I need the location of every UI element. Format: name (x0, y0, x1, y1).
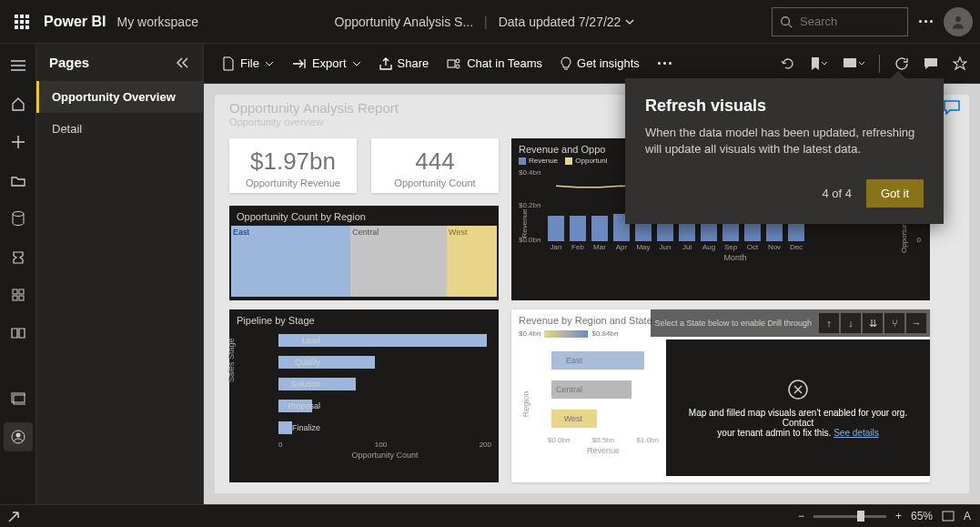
callout-body: When the data model has been updated, re… (645, 125, 924, 157)
nav-learn-icon[interactable] (4, 319, 33, 348)
teaching-callout: Refresh visuals When the data model has … (625, 78, 944, 224)
kpi-count-card[interactable]: 444Opportunity Count (371, 138, 499, 193)
bookmark-dropdown[interactable] (806, 53, 832, 75)
combo-bar[interactable] (570, 216, 586, 241)
drill-fork-icon[interactable]: ⑂ (884, 313, 904, 333)
search-input[interactable] (800, 15, 891, 28)
breadcrumb-divider: | (484, 15, 488, 29)
collapse-pane-icon[interactable] (176, 57, 190, 68)
comment-icon[interactable] (920, 54, 942, 74)
report-subtitle: Opportunity overview (229, 117, 323, 127)
combo-ylabel: Revenue (520, 208, 529, 238)
map-error-link[interactable]: See details (834, 428, 878, 438)
data-updated-dropdown[interactable]: Data updated 7/27/22 (499, 15, 636, 29)
get-insights-button[interactable]: Get insights (551, 49, 649, 78)
treemap-title: Opportunity Count by Region (229, 206, 499, 224)
nav-goals-icon[interactable] (4, 242, 33, 271)
separator (879, 55, 880, 73)
page-item-detail[interactable]: Detail (36, 113, 203, 145)
kpi-revenue-card[interactable]: $1.97bnOpportunity Revenue (229, 138, 357, 193)
kpi-revenue-label: Opportunity Revenue (229, 177, 357, 188)
reset-icon[interactable] (777, 53, 799, 75)
report-title: Opportunity Analysis Report (229, 100, 399, 116)
favorite-icon[interactable] (949, 53, 971, 75)
region-xlabel: Revenue (548, 446, 659, 455)
svg-rect-6 (19, 296, 24, 300)
pipeline-bar[interactable]: Proposal (278, 397, 491, 415)
treemap-west[interactable]: West (447, 226, 497, 297)
region-bar[interactable]: Central (548, 378, 659, 401)
region-tile[interactable]: Select a State below to enable Drill thr… (511, 309, 930, 482)
pipeline-bar[interactable]: Solution (278, 375, 491, 393)
share-button[interactable]: Share (370, 49, 439, 78)
teams-icon (447, 57, 461, 70)
zoom-value: 65% (911, 510, 933, 522)
pipeline-bar[interactable]: Finalize (278, 419, 491, 437)
breadcrumb: Opportunity Analysis S... | Data updated… (198, 15, 772, 29)
app-launcher-icon[interactable] (7, 7, 36, 36)
region-bar[interactable]: East (548, 349, 659, 372)
workspace-name[interactable]: My workspace (116, 15, 197, 29)
region-ylabel: Region (521, 390, 530, 417)
zoom-out-button[interactable]: − (798, 510, 804, 522)
drill-expand-icon[interactable]: ⇊ (863, 313, 883, 333)
nav-apps-icon[interactable] (4, 280, 33, 309)
drill-next-icon[interactable]: → (906, 313, 926, 333)
nav-browse-icon[interactable] (4, 166, 33, 195)
region-bar[interactable]: West (548, 407, 659, 431)
pipeline-tile[interactable]: Pipeline by Stage Sales Stage LeadQualif… (229, 309, 499, 482)
search-box[interactable] (772, 7, 908, 36)
svg-rect-14 (844, 58, 856, 67)
search-icon (780, 15, 793, 28)
expand-nav-icon[interactable] (7, 511, 20, 523)
chevron-down-icon (352, 59, 361, 68)
zoom-in-button[interactable]: + (895, 510, 902, 522)
svg-point-12 (456, 59, 460, 63)
comment-bubble-icon[interactable] (944, 100, 960, 115)
combo-bar[interactable] (591, 216, 608, 241)
nav-menu-icon[interactable] (4, 51, 33, 80)
report-name[interactable]: Opportunity Analysis S... (335, 15, 474, 29)
product-brand: Power BI (44, 14, 106, 30)
pipeline-xlabel: Opportunity Count (278, 451, 491, 460)
svg-rect-5 (13, 296, 17, 300)
chat-teams-button[interactable]: Chat in Teams (438, 49, 551, 78)
drill-down-icon[interactable]: ↓ (841, 313, 861, 333)
kpi-count-value: 444 (371, 147, 499, 176)
pipeline-title: Pipeline by Stage (229, 309, 499, 328)
export-menu[interactable]: Export (283, 49, 370, 78)
export-icon (292, 58, 307, 69)
person-icon (950, 14, 966, 30)
file-menu[interactable]: File (213, 49, 283, 78)
error-icon (787, 379, 809, 400)
global-header: Power BI My workspace Opportunity Analys… (0, 0, 980, 44)
svg-rect-4 (19, 289, 24, 294)
treemap-central[interactable]: Central (350, 226, 447, 297)
file-icon (222, 56, 235, 71)
pipeline-bar[interactable]: Qualify (278, 353, 491, 371)
nav-workspaces-icon[interactable] (4, 384, 33, 413)
fit-page-icon[interactable] (942, 511, 955, 522)
callout-gotit-button[interactable]: Got it (866, 179, 924, 208)
accessibility-icon[interactable]: A (964, 510, 971, 522)
combo-bar[interactable] (548, 216, 564, 241)
zoom-slider[interactable] (813, 515, 886, 518)
more-options-icon[interactable] (919, 20, 933, 23)
drill-up-icon[interactable]: ↑ (819, 313, 839, 333)
svg-point-2 (13, 212, 24, 217)
pipeline-bar[interactable]: Lead (278, 331, 491, 350)
chevron-down-icon (265, 59, 274, 68)
account-avatar[interactable] (944, 7, 973, 36)
nav-my-workspace-icon[interactable] (4, 422, 33, 451)
view-dropdown[interactable] (839, 54, 868, 74)
nav-data-icon[interactable] (4, 204, 33, 233)
more-commands-icon[interactable] (658, 62, 672, 65)
nav-home-icon[interactable] (4, 89, 33, 118)
bulb-icon (561, 56, 571, 71)
page-item-overview[interactable]: Opportunity Overview (36, 81, 203, 113)
treemap-east[interactable]: East (231, 226, 350, 297)
svg-point-1 (955, 16, 961, 22)
treemap-tile[interactable]: Opportunity Count by Region East Central… (229, 206, 499, 300)
drill-hint: Select a State below to enable Drill thr… (654, 319, 817, 328)
nav-create-icon[interactable] (4, 127, 33, 157)
